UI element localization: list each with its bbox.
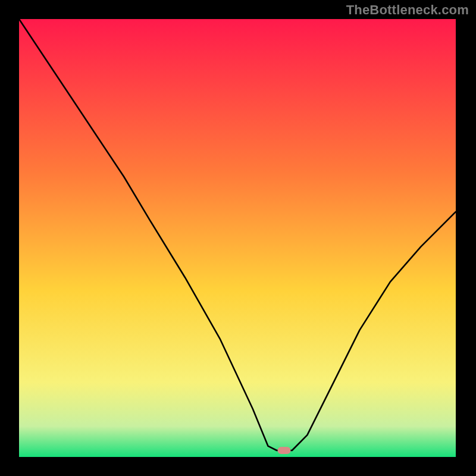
plot-background xyxy=(19,19,456,457)
bottleneck-chart xyxy=(0,0,476,476)
attribution-text: TheBottleneck.com xyxy=(346,2,469,18)
optimal-marker xyxy=(278,447,291,454)
chart-container: TheBottleneck.com xyxy=(0,0,476,476)
